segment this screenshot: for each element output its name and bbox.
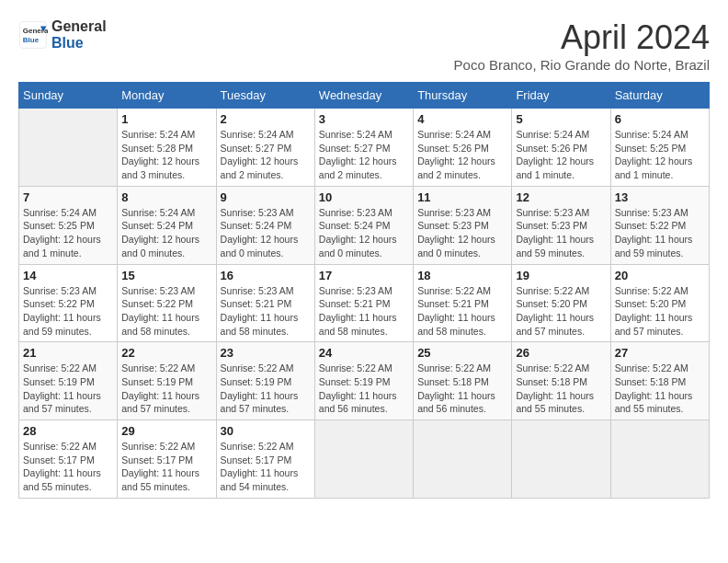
day-info: Sunrise: 5:24 AM Sunset: 5:26 PM Dayligh… [417, 128, 507, 182]
day-info: Sunrise: 5:23 AM Sunset: 5:22 PM Dayligh… [615, 206, 705, 260]
title-section: April 2024 Poco Branco, Rio Grande do No… [454, 18, 710, 73]
day-info: Sunrise: 5:23 AM Sunset: 5:24 PM Dayligh… [319, 206, 409, 260]
day-number: 20 [615, 269, 705, 282]
day-number: 22 [121, 346, 211, 360]
day-number: 10 [319, 190, 409, 204]
day-number: 1 [121, 112, 211, 126]
day-number: 24 [319, 346, 409, 360]
calendar-cell: 19Sunrise: 5:22 AM Sunset: 5:20 PM Dayli… [512, 264, 610, 342]
day-number: 18 [417, 269, 507, 282]
day-info: Sunrise: 5:23 AM Sunset: 5:23 PM Dayligh… [417, 206, 507, 260]
day-number: 3 [319, 112, 409, 126]
calendar-week-1: 1Sunrise: 5:24 AM Sunset: 5:28 PM Daylig… [19, 109, 710, 187]
calendar-cell [414, 420, 512, 499]
weekday-header-row: SundayMondayTuesdayWednesdayThursdayFrid… [19, 83, 710, 109]
day-number: 15 [121, 269, 211, 282]
calendar-cell: 26Sunrise: 5:22 AM Sunset: 5:18 PM Dayli… [512, 342, 610, 420]
calendar-cell: 29Sunrise: 5:22 AM Sunset: 5:17 PM Dayli… [118, 420, 216, 499]
calendar-cell: 6Sunrise: 5:24 AM Sunset: 5:25 PM Daylig… [610, 109, 709, 187]
calendar-cell: 17Sunrise: 5:23 AM Sunset: 5:21 PM Dayli… [314, 264, 413, 342]
logo-blue: Blue [51, 35, 107, 52]
day-info: Sunrise: 5:24 AM Sunset: 5:28 PM Dayligh… [121, 128, 211, 182]
day-info: Sunrise: 5:23 AM Sunset: 5:22 PM Dayligh… [23, 284, 113, 339]
calendar-cell: 5Sunrise: 5:24 AM Sunset: 5:26 PM Daylig… [512, 109, 610, 187]
day-number: 16 [221, 269, 311, 282]
calendar-cell: 18Sunrise: 5:22 AM Sunset: 5:21 PM Dayli… [414, 264, 512, 342]
day-info: Sunrise: 5:22 AM Sunset: 5:19 PM Dayligh… [23, 362, 113, 416]
calendar-cell: 11Sunrise: 5:23 AM Sunset: 5:23 PM Dayli… [414, 186, 512, 264]
calendar-cell: 9Sunrise: 5:23 AM Sunset: 5:24 PM Daylig… [216, 186, 314, 264]
day-info: Sunrise: 5:24 AM Sunset: 5:27 PM Dayligh… [221, 128, 311, 182]
logo-icon: General Blue [18, 20, 48, 50]
weekday-header-tuesday: Tuesday [216, 83, 314, 109]
day-info: Sunrise: 5:22 AM Sunset: 5:18 PM Dayligh… [417, 362, 507, 416]
calendar-cell: 8Sunrise: 5:24 AM Sunset: 5:24 PM Daylig… [118, 186, 216, 264]
day-number: 27 [615, 346, 705, 360]
page-header: General Blue General Blue April 2024 Poc… [18, 18, 710, 73]
month-title: April 2024 [454, 18, 710, 57]
day-info: Sunrise: 5:24 AM Sunset: 5:25 PM Dayligh… [615, 128, 705, 182]
calendar-week-2: 7Sunrise: 5:24 AM Sunset: 5:25 PM Daylig… [19, 186, 710, 264]
day-info: Sunrise: 5:23 AM Sunset: 5:23 PM Dayligh… [516, 206, 606, 260]
day-info: Sunrise: 5:22 AM Sunset: 5:21 PM Dayligh… [417, 284, 507, 339]
weekday-header-monday: Monday [118, 83, 216, 109]
day-info: Sunrise: 5:22 AM Sunset: 5:19 PM Dayligh… [221, 362, 311, 416]
day-info: Sunrise: 5:22 AM Sunset: 5:18 PM Dayligh… [615, 362, 705, 416]
day-info: Sunrise: 5:24 AM Sunset: 5:24 PM Dayligh… [121, 206, 211, 260]
day-info: Sunrise: 5:22 AM Sunset: 5:17 PM Dayligh… [23, 440, 113, 494]
logo-general: General [51, 18, 107, 35]
calendar-cell: 15Sunrise: 5:23 AM Sunset: 5:22 PM Dayli… [118, 264, 216, 342]
day-number: 17 [319, 269, 409, 282]
day-info: Sunrise: 5:24 AM Sunset: 5:25 PM Dayligh… [23, 206, 113, 260]
day-info: Sunrise: 5:23 AM Sunset: 5:22 PM Dayligh… [121, 284, 211, 339]
day-number: 21 [23, 346, 113, 360]
day-number: 14 [23, 269, 113, 282]
weekday-header-wednesday: Wednesday [314, 83, 413, 109]
day-info: Sunrise: 5:22 AM Sunset: 5:19 PM Dayligh… [121, 362, 211, 416]
calendar-cell: 12Sunrise: 5:23 AM Sunset: 5:23 PM Dayli… [512, 186, 610, 264]
day-info: Sunrise: 5:22 AM Sunset: 5:20 PM Dayligh… [516, 284, 606, 339]
svg-text:Blue: Blue [23, 36, 40, 44]
day-number: 29 [121, 424, 211, 438]
day-number: 23 [221, 346, 311, 360]
calendar-cell: 21Sunrise: 5:22 AM Sunset: 5:19 PM Dayli… [19, 342, 118, 420]
calendar-cell [512, 420, 610, 499]
logo: General Blue General Blue [18, 18, 107, 51]
calendar-cell: 2Sunrise: 5:24 AM Sunset: 5:27 PM Daylig… [216, 109, 314, 187]
calendar-cell: 27Sunrise: 5:22 AM Sunset: 5:18 PM Dayli… [610, 342, 709, 420]
calendar-cell: 10Sunrise: 5:23 AM Sunset: 5:24 PM Dayli… [314, 186, 413, 264]
weekday-header-thursday: Thursday [414, 83, 512, 109]
calendar-cell: 25Sunrise: 5:22 AM Sunset: 5:18 PM Dayli… [414, 342, 512, 420]
day-number: 26 [516, 346, 606, 360]
weekday-header-saturday: Saturday [610, 83, 709, 109]
day-info: Sunrise: 5:22 AM Sunset: 5:19 PM Dayligh… [319, 362, 409, 416]
day-number: 7 [23, 190, 113, 204]
calendar-cell: 4Sunrise: 5:24 AM Sunset: 5:26 PM Daylig… [414, 109, 512, 187]
day-number: 6 [615, 112, 705, 126]
day-info: Sunrise: 5:24 AM Sunset: 5:27 PM Dayligh… [319, 128, 409, 182]
day-info: Sunrise: 5:22 AM Sunset: 5:17 PM Dayligh… [121, 440, 211, 494]
day-info: Sunrise: 5:22 AM Sunset: 5:17 PM Dayligh… [221, 440, 311, 494]
calendar-cell: 23Sunrise: 5:22 AM Sunset: 5:19 PM Dayli… [216, 342, 314, 420]
day-number: 13 [615, 190, 705, 204]
calendar-cell: 30Sunrise: 5:22 AM Sunset: 5:17 PM Dayli… [216, 420, 314, 499]
calendar-cell [19, 109, 118, 187]
day-number: 30 [221, 424, 311, 438]
calendar-cell: 1Sunrise: 5:24 AM Sunset: 5:28 PM Daylig… [118, 109, 216, 187]
day-number: 5 [516, 112, 606, 126]
calendar-cell: 7Sunrise: 5:24 AM Sunset: 5:25 PM Daylig… [19, 186, 118, 264]
calendar-week-3: 14Sunrise: 5:23 AM Sunset: 5:22 PM Dayli… [19, 264, 710, 342]
day-info: Sunrise: 5:23 AM Sunset: 5:24 PM Dayligh… [221, 206, 311, 260]
day-info: Sunrise: 5:23 AM Sunset: 5:21 PM Dayligh… [221, 284, 311, 339]
day-info: Sunrise: 5:22 AM Sunset: 5:20 PM Dayligh… [615, 284, 705, 339]
calendar-cell: 22Sunrise: 5:22 AM Sunset: 5:19 PM Dayli… [118, 342, 216, 420]
calendar-cell: 24Sunrise: 5:22 AM Sunset: 5:19 PM Dayli… [314, 342, 413, 420]
calendar-week-4: 21Sunrise: 5:22 AM Sunset: 5:19 PM Dayli… [19, 342, 710, 420]
calendar-cell: 13Sunrise: 5:23 AM Sunset: 5:22 PM Dayli… [610, 186, 709, 264]
calendar-cell: 20Sunrise: 5:22 AM Sunset: 5:20 PM Dayli… [610, 264, 709, 342]
day-number: 9 [221, 190, 311, 204]
calendar-cell: 3Sunrise: 5:24 AM Sunset: 5:27 PM Daylig… [314, 109, 413, 187]
calendar-week-5: 28Sunrise: 5:22 AM Sunset: 5:17 PM Dayli… [19, 420, 710, 499]
day-info: Sunrise: 5:24 AM Sunset: 5:26 PM Dayligh… [516, 128, 606, 182]
day-number: 11 [417, 190, 507, 204]
